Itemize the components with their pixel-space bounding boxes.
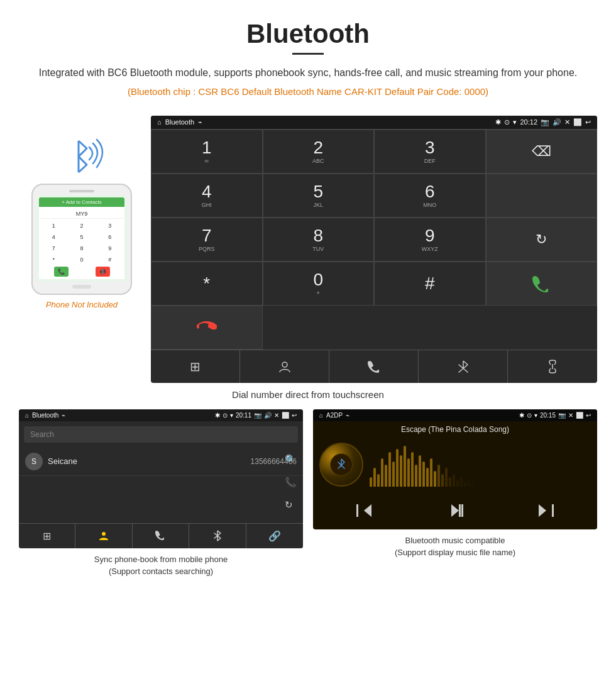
contacts-list-area: S Seicane 13566664466 🔍 📞 ↻	[19, 448, 303, 523]
dial-key-6[interactable]: 6MNO	[374, 174, 486, 218]
dial-key-2[interactable]: 2ABC	[263, 130, 375, 174]
music-win-icon: ⬜	[576, 412, 583, 419]
music-screen-wrap: ⌂ A2DP ⌁ ✱ ⊙ ▾ 20:15 📷 ✕ ⬜ ↩ Escape (The…	[313, 409, 597, 578]
dial-key-empty-2	[486, 174, 598, 218]
music-bt-icon: ✱	[519, 412, 524, 419]
contacts-spacer	[19, 476, 303, 520]
dial-key-0[interactable]: 0+	[263, 262, 375, 306]
contacts-list: S Seicane 13566664466	[19, 448, 303, 523]
top-section: + Add to Contacts MY9 123 456 789 *0# 📞 …	[0, 116, 616, 383]
header-description: Integrated with BC6 Bluetooth module, su…	[25, 65, 591, 81]
music-cam-icon: 📷	[558, 412, 566, 419]
music-location-icon: ⊙	[527, 412, 532, 419]
music-caption-line1: Bluetooth music compatible	[405, 536, 505, 545]
play-pause-button[interactable]	[410, 497, 499, 524]
dialpad-grid-icon[interactable]: ⊞	[151, 350, 240, 383]
contacts-link-btn[interactable]: 🔗	[246, 524, 303, 548]
search-placeholder-text: Search	[30, 430, 54, 439]
music-close-icon: ✕	[568, 412, 573, 419]
dial-red-call[interactable]	[151, 306, 263, 350]
contacts-bottom-bar: ⊞ 🔗	[19, 523, 303, 548]
next-track-button[interactable]	[502, 497, 591, 524]
back-icon: ↩	[585, 118, 591, 126]
contacts-home-icon: ⌂	[25, 412, 29, 419]
phone-mockup: + Add to Contacts MY9 123 456 789 *0# 📞 …	[31, 184, 132, 295]
dial-key-1[interactable]: 1∞	[151, 130, 263, 174]
search-side-icon[interactable]: 🔍	[285, 454, 297, 465]
contact-avatar: S	[25, 453, 43, 470]
contacts-back-icon: ↩	[292, 412, 297, 419]
contacts-grid-btn[interactable]: ⊞	[19, 524, 75, 548]
dial-key-star[interactable]: *	[151, 262, 263, 306]
dial-key-4[interactable]: 4GHI	[151, 174, 263, 218]
contact-name: Seicane	[48, 456, 251, 466]
call-side-icon[interactable]: 📞	[285, 477, 297, 488]
statusbar-right: ✱ ⊙ ▾ 20:12 📷 🔊 ✕ ⬜ ↩	[495, 118, 591, 126]
volume-icon: 🔊	[553, 118, 561, 126]
dial-key-3[interactable]: 3DEF	[374, 130, 486, 174]
dial-key-7[interactable]: 7PQRS	[151, 218, 263, 262]
contacts-signal-icon: ▾	[230, 412, 233, 419]
refresh-side-icon[interactable]: ↻	[285, 499, 297, 511]
dial-backspace-key[interactable]: ⌫	[486, 130, 598, 174]
svg-point-1	[282, 362, 287, 367]
music-content	[313, 438, 597, 492]
svg-marker-9	[539, 504, 546, 517]
dial-green-call[interactable]	[486, 262, 598, 306]
svg-marker-4	[364, 504, 371, 517]
signal-status-icon: ▾	[513, 118, 517, 126]
dialpad-link-icon[interactable]	[508, 350, 597, 383]
page-header: Bluetooth Integrated with BC6 Bluetooth …	[0, 0, 616, 116]
music-visualizer	[370, 443, 591, 487]
dialpad-phone-icon[interactable]	[329, 350, 419, 383]
dialpad-grid: 1∞ 2ABC 3DEF ⌫ 4GHI 5JKL	[151, 129, 597, 350]
song-title: Escape (The Pina Colada Song)	[313, 421, 597, 438]
svg-rect-7	[459, 504, 461, 517]
contacts-caption-line2: (Support contacts searching)	[109, 567, 213, 576]
music-time: 20:15	[540, 412, 556, 419]
contacts-phone-btn[interactable]	[133, 524, 189, 548]
camera-icon: 📷	[541, 118, 549, 126]
dial-key-hash[interactable]: #	[374, 262, 486, 306]
home-icon: ⌂	[157, 118, 162, 126]
bottom-screens-section: ⌂ Bluetooth ⌁ ✱ ⊙ ▾ 20:11 📷 🔊 ✕ ⬜ ↩	[0, 409, 616, 578]
dial-refresh-key[interactable]: ↻	[486, 218, 598, 262]
dial-key-8[interactable]: 8TUV	[263, 218, 375, 262]
side-action-icons: 🔍 📞 ↻	[285, 454, 297, 511]
app-title: Bluetooth	[165, 118, 194, 126]
dial-key-9[interactable]: 9WXYZ	[374, 218, 486, 262]
svg-marker-6	[451, 504, 459, 517]
statusbar-left: ⌂ Bluetooth ⌁	[157, 118, 202, 126]
contacts-close-icon: ✕	[274, 412, 279, 419]
music-title: A2DP	[326, 412, 343, 419]
contacts-location-icon: ⊙	[223, 412, 228, 419]
svg-rect-10	[552, 504, 554, 517]
contacts-bt-icon: ✱	[215, 412, 220, 419]
contacts-screen-wrap: ⌂ Bluetooth ⌁ ✱ ⊙ ▾ 20:11 📷 🔊 ✕ ⬜ ↩	[19, 409, 303, 578]
music-usb-icon: ⌁	[346, 412, 349, 419]
music-signal-icon: ▾	[534, 412, 537, 419]
album-inner	[330, 453, 353, 476]
contacts-statusbar: ⌂ Bluetooth ⌁ ✱ ⊙ ▾ 20:11 📷 🔊 ✕ ⬜ ↩	[19, 409, 303, 421]
contacts-user-btn[interactable]	[75, 524, 132, 548]
contacts-vol-icon: 🔊	[264, 412, 272, 419]
prev-track-button[interactable]	[319, 497, 408, 524]
time-display: 20:12	[520, 118, 537, 126]
bluetooth-wifi-icon	[57, 135, 107, 179]
contacts-time: 20:11	[236, 412, 251, 419]
contacts-search-bar[interactable]: Search	[24, 426, 298, 443]
music-home-icon: ⌂	[319, 412, 323, 419]
music-screen: ⌂ A2DP ⌁ ✱ ⊙ ▾ 20:15 📷 ✕ ⬜ ↩ Escape (The…	[313, 409, 597, 529]
dialpad-bluetooth-icon[interactable]	[419, 350, 508, 383]
music-statusbar: ⌂ A2DP ⌁ ✱ ⊙ ▾ 20:15 📷 ✕ ⬜ ↩	[313, 409, 597, 421]
header-specs: (Bluetooth chip : CSR BC6 Default Blueto…	[25, 86, 591, 97]
usb-icon: ⌁	[198, 118, 202, 126]
dialpad-contacts-icon[interactable]	[240, 350, 329, 383]
title-divider	[292, 53, 324, 55]
svg-rect-5	[356, 504, 358, 517]
contact-row[interactable]: S Seicane 13566664466	[19, 448, 303, 476]
dial-key-5[interactable]: 5JKL	[263, 174, 375, 218]
contacts-bt-btn[interactable]	[189, 524, 246, 548]
dialpad-statusbar: ⌂ Bluetooth ⌁ ✱ ⊙ ▾ 20:12 📷 🔊 ✕ ⬜ ↩	[151, 116, 597, 129]
main-caption: Dial number direct from touchscreen	[0, 389, 616, 400]
